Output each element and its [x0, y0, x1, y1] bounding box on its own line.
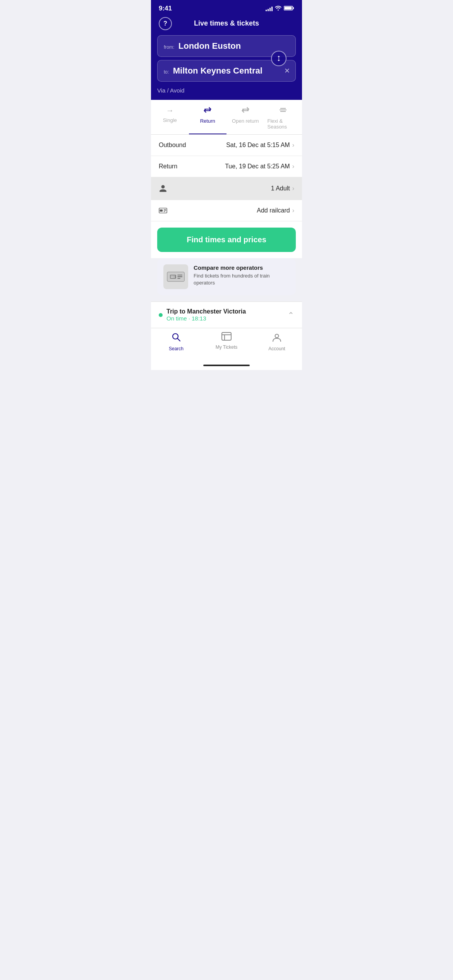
header: ? Live times & tickets: [151, 15, 302, 35]
journey-options: Outbound Sat, 16 Dec at 5:15 AM › Return…: [151, 135, 302, 221]
account-nav-icon: [272, 332, 282, 344]
svg-rect-9: [170, 275, 176, 279]
via-avoid-link[interactable]: Via / Avoid: [157, 85, 296, 94]
home-indicator: [151, 362, 302, 370]
wifi-icon: [275, 5, 281, 12]
status-icons: [266, 5, 294, 12]
nav-search[interactable]: Search: [151, 332, 201, 351]
from-value: London Euston: [178, 41, 241, 51]
trip-info: Trip to Manchester Victoria On time · 18…: [159, 308, 246, 322]
return-row[interactable]: Return Tue, 19 Dec at 5:25 AM ›: [151, 156, 302, 177]
svg-rect-1: [293, 7, 294, 9]
flexi-label: Flexi & Seasons: [268, 118, 299, 130]
person-icon: [159, 184, 167, 193]
ticket-types: → Single Return Open return Flexi & Seas…: [151, 100, 302, 135]
outbound-chevron-icon: ›: [292, 142, 294, 149]
svg-point-11: [172, 276, 173, 277]
signal-icon: [266, 6, 273, 11]
battery-icon: [284, 5, 294, 12]
trip-details: Trip to Manchester Victoria On time · 18…: [166, 308, 246, 322]
status-bar: 9:41: [151, 0, 302, 15]
promo-icon: [163, 264, 188, 289]
flexi-icon: [278, 106, 288, 116]
ticket-type-return[interactable]: Return: [189, 100, 227, 134]
svg-point-13: [171, 277, 172, 278]
trip-status-dot: [159, 313, 163, 317]
promo-desc: Find tickets from hundreds of train oper…: [194, 272, 290, 286]
promo-card[interactable]: Compare more operators Find tickets from…: [157, 258, 296, 295]
return-chevron-icon: ›: [292, 163, 294, 170]
outbound-value-wrapper: Sat, 16 Dec at 5:15 AM ›: [226, 142, 294, 149]
ticket-type-single[interactable]: → Single: [151, 100, 189, 134]
open-return-icon: [241, 106, 250, 116]
svg-rect-21: [222, 332, 231, 340]
ticket-icon: [166, 267, 185, 286]
to-value: Milton Keynes Central: [173, 66, 263, 75]
svg-point-24: [275, 334, 279, 338]
svg-point-14: [172, 277, 173, 278]
single-label: Single: [163, 117, 177, 123]
passengers-value: 1 Adult: [271, 185, 290, 192]
outbound-value: Sat, 16 Dec at 5:15 AM: [226, 142, 290, 149]
status-time: 9:41: [159, 5, 172, 12]
nav-my-tickets[interactable]: My Tickets: [201, 332, 252, 351]
swap-button[interactable]: [271, 51, 287, 66]
search-nav-icon: [171, 332, 181, 344]
trip-chevron-icon: ⌃: [288, 310, 294, 320]
promo-title: Compare more operators: [194, 264, 290, 271]
from-label: from:: [164, 45, 174, 50]
find-button-wrapper: Find times and prices: [151, 221, 302, 258]
search-form: from: London Euston to: Milton Keynes Ce…: [151, 35, 302, 100]
return-label: Return: [200, 118, 215, 124]
home-bar: [203, 365, 250, 366]
passengers-value-wrapper: 1 Adult ›: [271, 185, 294, 192]
trip-status: On time · 18:13: [166, 315, 246, 322]
railcard-value: Add railcard: [257, 207, 290, 214]
header-title: Live times & tickets: [194, 19, 259, 27]
outbound-row[interactable]: Outbound Sat, 16 Dec at 5:15 AM ›: [151, 135, 302, 156]
return-value: Tue, 19 Dec at 5:25 AM: [225, 163, 290, 170]
nav-account[interactable]: Account: [252, 332, 302, 351]
trip-name: Trip to Manchester Victoria: [166, 308, 246, 315]
search-nav-label: Search: [169, 346, 184, 351]
outbound-label: Outbound: [159, 142, 186, 149]
to-label: to:: [164, 69, 169, 75]
my-tickets-nav-label: My Tickets: [216, 344, 238, 350]
clear-to-button[interactable]: ✕: [284, 67, 290, 75]
svg-point-12: [173, 276, 175, 277]
passengers-row[interactable]: 1 Adult ›: [151, 177, 302, 200]
ticket-type-open-return[interactable]: Open return: [226, 100, 264, 134]
railcard-row[interactable]: Add railcard ›: [151, 200, 302, 221]
trip-notification[interactable]: Trip to Manchester Victoria On time · 18…: [151, 302, 302, 328]
passengers-chevron-icon: ›: [292, 185, 294, 192]
svg-rect-2: [285, 7, 292, 9]
railcard-value-wrapper: Add railcard ›: [257, 207, 294, 214]
help-button[interactable]: ?: [159, 17, 172, 30]
tickets-nav-icon: [221, 332, 232, 343]
passengers-left: [159, 184, 167, 193]
return-icon: [203, 106, 212, 116]
open-return-label: Open return: [232, 118, 259, 124]
inputs-wrapper: from: London Euston to: Milton Keynes Ce…: [157, 35, 296, 82]
account-nav-label: Account: [268, 346, 285, 351]
svg-line-20: [178, 339, 180, 341]
bottom-nav: Search My Tickets Account: [151, 328, 302, 362]
return-row-label: Return: [159, 163, 177, 170]
railcard-chevron-icon: ›: [292, 207, 294, 214]
svg-point-15: [173, 277, 175, 278]
single-icon: →: [166, 106, 174, 115]
svg-point-10: [171, 276, 172, 277]
find-button[interactable]: Find times and prices: [157, 228, 296, 252]
railcard-left: [159, 207, 167, 214]
return-value-wrapper: Tue, 19 Dec at 5:25 AM ›: [225, 163, 294, 170]
svg-rect-4: [160, 209, 163, 212]
railcard-icon: [159, 207, 167, 214]
ticket-type-flexi[interactable]: Flexi & Seasons: [264, 100, 302, 134]
promo-text: Compare more operators Find tickets from…: [194, 264, 290, 286]
